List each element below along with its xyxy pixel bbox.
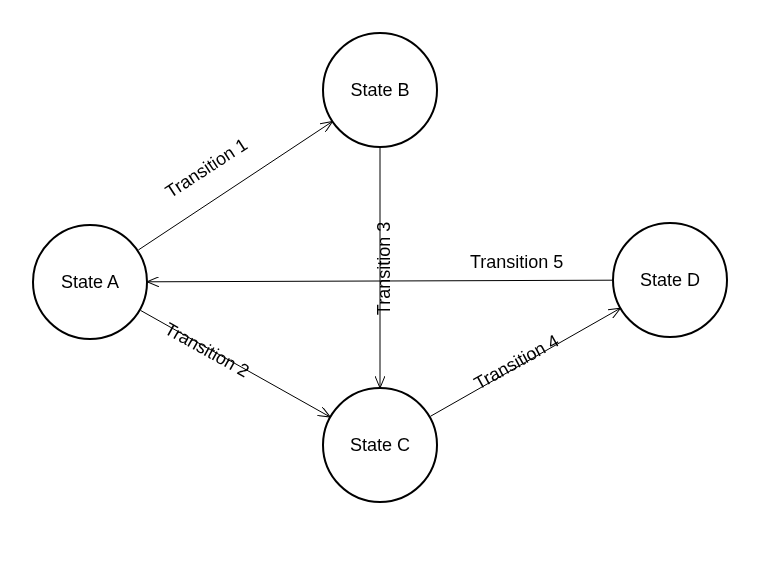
transition-1-label: Transition 1 [162, 134, 252, 202]
transition-4-label: Transition 4 [471, 331, 563, 395]
state-d-label: State D [640, 270, 700, 291]
transition-5-label: Transition 5 [470, 252, 563, 273]
state-c: State C [322, 387, 438, 503]
state-b: State B [322, 32, 438, 148]
state-b-label: State B [350, 80, 409, 101]
state-a: State A [32, 224, 148, 340]
transition-3-label: Transition 3 [374, 222, 395, 315]
state-d: State D [612, 222, 728, 338]
state-a-label: State A [61, 272, 119, 293]
state-c-label: State C [350, 435, 410, 456]
state-diagram: { "chart_data": { "type": "state-diagram… [0, 0, 775, 577]
transition-2-label: Transition 2 [161, 319, 253, 383]
